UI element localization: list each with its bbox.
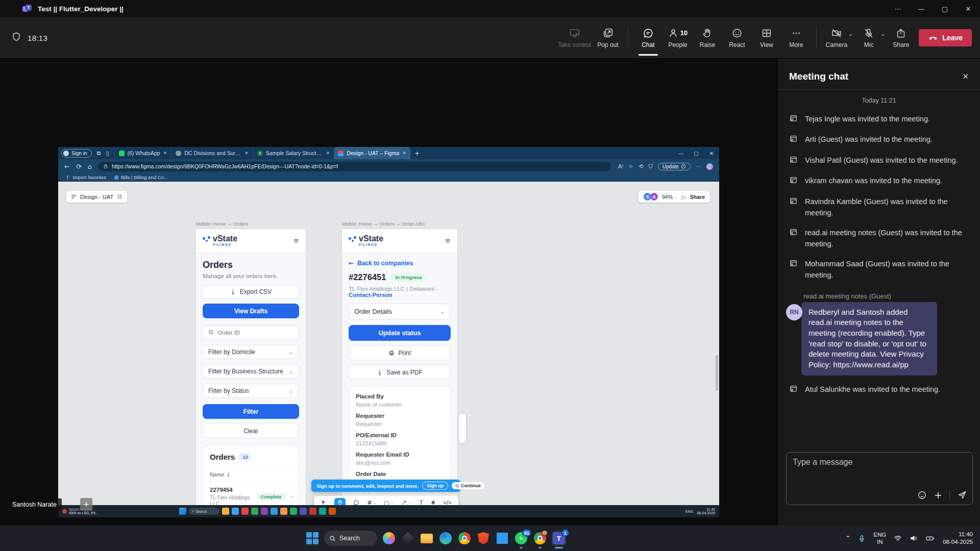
volume-icon[interactable] [910, 534, 918, 542]
tray-mic-icon[interactable] [858, 535, 866, 542]
chat-button[interactable]: Chat [633, 24, 663, 52]
frame-label[interactable]: Mobile: Home → Orders [196, 221, 248, 227]
chrome-profile-icon[interactable] [533, 531, 547, 545]
tab-close-icon[interactable]: ✕ [163, 151, 167, 156]
calendar-add-icon [789, 259, 798, 267]
browser-more-icon[interactable]: ⋯ [696, 163, 701, 170]
hand-tool-active[interactable] [334, 498, 346, 505]
components-tool[interactable]: ❖ [431, 499, 436, 506]
figma-signup-button[interactable]: Sign up [422, 482, 448, 490]
tab-close-icon[interactable]: ✕ [244, 151, 249, 156]
move-tool[interactable] [321, 499, 327, 505]
browser-tab[interactable]: DC Divisions and Surroundings✕ [171, 147, 253, 159]
teams-badge: 1 [561, 529, 569, 537]
whatsapp-favicon [119, 151, 125, 156]
battery-icon[interactable] [925, 534, 935, 542]
favorites-icon[interactable]: ⛉ [648, 163, 652, 170]
browser-maximize-button[interactable]: ▢ [689, 151, 704, 156]
more-button[interactable]: More [781, 24, 811, 52]
google-continue-button[interactable]: GContinue [452, 482, 484, 489]
update-browser-button[interactable]: Update [658, 163, 691, 170]
leave-button[interactable]: Leave [919, 29, 972, 46]
message-input-field[interactable] [793, 458, 966, 487]
send-icon[interactable] [957, 490, 967, 500]
text-tool[interactable]: T [420, 499, 423, 505]
new-tab-button[interactable]: + [414, 149, 420, 157]
app-icon[interactable] [401, 531, 415, 545]
taskbar-clock[interactable]: 11:4008-04-2025 [943, 531, 973, 546]
comment-tool[interactable] [353, 499, 359, 505]
file-explorer-icon[interactable] [420, 531, 434, 545]
share-button[interactable]: Share [886, 24, 916, 52]
chrome-icon[interactable] [457, 531, 472, 545]
wifi-icon[interactable] [894, 534, 902, 542]
browser-profile-button[interactable]: Sign in [61, 149, 92, 158]
attach-plus-icon[interactable]: + [934, 489, 942, 500]
shape-tool[interactable]: ▢⌄ [384, 499, 394, 506]
add-overlay-button[interactable]: + [80, 498, 92, 510]
chat-close-icon[interactable]: ✕ [962, 72, 969, 81]
dev-mode-tool[interactable]: </> [444, 499, 452, 505]
connector-tool[interactable]: ⌄ [401, 499, 412, 505]
teams-taskbar-icon[interactable]: T 1 [552, 531, 566, 545]
vertical-tabs-icon[interactable]: ▯ [106, 150, 109, 157]
browser-minimize-button[interactable]: — [673, 151, 689, 156]
copilot-taskbar-icon[interactable] [382, 531, 396, 545]
figma-canvas[interactable]: Design - UAT S A 94%⌄ ▷ Share Mobile: Ho… [58, 182, 719, 505]
browser-close-button[interactable]: ✕ [704, 151, 719, 156]
whatsapp-icon[interactable]: 81 [514, 531, 528, 545]
page-scrollbar[interactable] [716, 355, 718, 391]
emoji-icon[interactable] [917, 490, 927, 500]
url-field[interactable]: https://www.figma.com/design/9BKQ0FOHRWa… [98, 162, 611, 171]
present-icon[interactable]: ▷ [682, 194, 686, 200]
home-icon[interactable]: ⌂ [88, 163, 92, 170]
frame-tool[interactable]: #⌄ [367, 499, 376, 506]
chat-input[interactable]: + [786, 452, 973, 505]
tab-actions-icon[interactable]: ⧉ [97, 150, 101, 157]
back-icon[interactable]: ← [64, 163, 70, 170]
people-button[interactable]: 10 People [663, 24, 693, 52]
vscode-icon[interactable] [495, 531, 509, 545]
language-indicator[interactable]: ENGIN [873, 531, 886, 546]
bookmark-item[interactable]: Bills | Billing and Co... [114, 174, 168, 180]
mic-button[interactable]: Mic [854, 24, 884, 52]
bookmark-star-icon[interactable]: ☆ [628, 163, 633, 170]
collaborator-avatar[interactable]: A [650, 193, 658, 201]
window-close-button[interactable]: ✕ [957, 5, 980, 13]
google-icon: G [455, 483, 459, 488]
read-aloud-icon[interactable]: A⁾ [618, 163, 623, 170]
orders-mockup-frame[interactable]: vStateFILINGS ≡ Orders Manage all your o… [195, 229, 306, 505]
edge-icon[interactable] [438, 531, 453, 545]
camera-button[interactable]: Camera [822, 24, 851, 52]
brave-icon[interactable] [476, 531, 491, 545]
browser-tab-active[interactable]: Design - UAT – Figma✕ [334, 147, 410, 159]
start-button[interactable] [305, 531, 320, 545]
view-drafts-button: View Drafts [203, 304, 299, 318]
sync-icon[interactable]: ⟲ [639, 163, 643, 170]
figma-doc-chip[interactable]: Design - UAT [66, 191, 127, 203]
update-icon [681, 164, 686, 169]
tray-expand-chevron[interactable]: ⌃ [845, 535, 850, 542]
tab-close-icon[interactable]: ✕ [402, 151, 406, 156]
bookmark-item[interactable]: ⭱Import favorites [65, 174, 106, 180]
frame-label[interactable]: Mobile: Home → Orders → Order ABC [342, 221, 425, 227]
order-detail-mockup-frame[interactable]: vStateFILINGS ≡ ←Back to companies #2276… [341, 229, 458, 505]
view-button[interactable]: View [752, 24, 781, 52]
taskbar-search[interactable]: Search [324, 531, 377, 546]
figma-share-button[interactable]: Share [690, 194, 705, 200]
browser-tab[interactable]: X Sample Salary Structure with calc✕ [253, 147, 334, 159]
react-button[interactable]: React [722, 24, 752, 52]
raise-hand-button[interactable]: Raise [693, 24, 722, 52]
window-minimize-button[interactable]: — [910, 5, 933, 13]
filter-domicile-dropdown: Filter by Domicile [203, 345, 299, 359]
refresh-icon[interactable]: ⟳ [76, 163, 82, 170]
window-more-icon[interactable]: ⋯ [886, 5, 910, 13]
zoom-menu[interactable]: 94%⌄ [662, 194, 678, 200]
shared-browser-window[interactable]: Sign in ⧉ ▯ (6) WhatsApp✕ DC Divisions a… [58, 147, 719, 505]
pop-out-button[interactable]: Pop out [593, 24, 623, 52]
browser-tab[interactable]: (6) WhatsApp✕ [114, 147, 172, 159]
hamburger-icon: ≡ [445, 240, 451, 242]
window-maximize-button[interactable]: ▢ [933, 5, 957, 13]
copilot-icon[interactable] [706, 163, 713, 170]
tab-close-icon[interactable]: ✕ [326, 151, 330, 156]
